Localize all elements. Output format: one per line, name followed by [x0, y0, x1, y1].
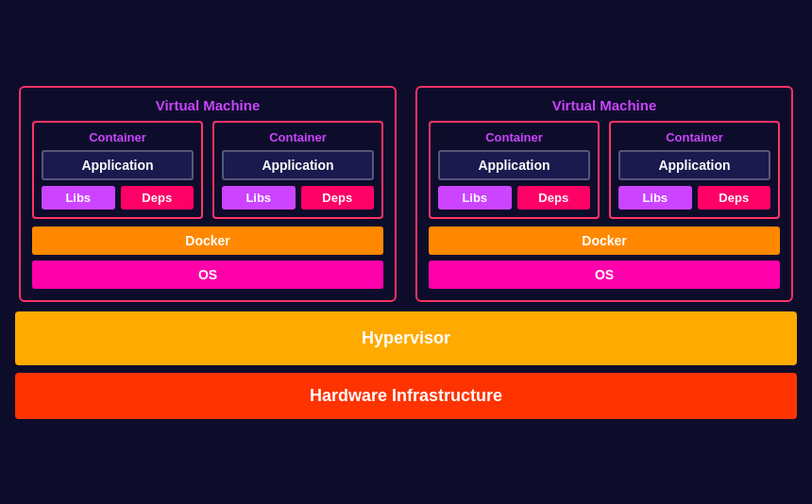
vm2-container2-label: Container	[618, 130, 770, 144]
bottom-section: Hypervisor Hardware Infrastructure	[15, 311, 797, 419]
vm1-docker: Docker	[32, 227, 383, 255]
vm1-container2-deps: Deps	[301, 186, 375, 210]
vm1-label: Virtual Machine	[32, 97, 383, 113]
vm1-container2-label: Container	[222, 130, 374, 144]
vm1-container2: Container Application Libs Deps	[212, 121, 383, 219]
vm2-box: Virtual Machine Container Application Li…	[415, 86, 793, 302]
vm2-container2: Container Application Libs Deps	[609, 121, 780, 219]
vm2-label: Virtual Machine	[429, 97, 780, 113]
vm1-box: Virtual Machine Container Application Li…	[19, 86, 397, 302]
vms-section: Virtual Machine Container Application Li…	[15, 86, 797, 302]
vm2-docker: Docker	[429, 227, 780, 255]
vm1-containers-row: Container Application Libs Deps Containe…	[32, 121, 383, 219]
vm2-os: OS	[429, 260, 780, 289]
vm2-containers-row: Container Application Libs Deps Containe…	[429, 121, 780, 219]
vm2-container1-libs-deps: Libs Deps	[438, 186, 590, 210]
vm1-container2-libs-deps: Libs Deps	[222, 186, 374, 210]
vm2-container2-deps: Deps	[698, 186, 771, 210]
vm2-container1-deps: Deps	[517, 186, 591, 210]
vm1-container1-label: Container	[42, 130, 194, 144]
vm1-container1-deps: Deps	[121, 186, 195, 210]
vm1-container1-libs: Libs	[42, 186, 115, 210]
vm1-container2-libs: Libs	[222, 186, 296, 210]
vm1-container1: Container Application Libs Deps	[32, 121, 203, 219]
vm2-container2-libs-deps: Libs Deps	[618, 186, 770, 210]
vm1-container2-app: Application	[222, 150, 374, 180]
vm2-container1-label: Container	[438, 130, 590, 144]
vm1-os: OS	[32, 260, 383, 289]
vm2-container1: Container Application Libs Deps	[429, 121, 600, 219]
hardware-bar: Hardware Infrastructure	[15, 373, 797, 419]
vm1-container1-app: Application	[42, 150, 194, 180]
vm2-container2-libs: Libs	[618, 186, 692, 210]
vm1-container1-libs-deps: Libs Deps	[42, 186, 194, 210]
vm2-container1-libs: Libs	[438, 186, 512, 210]
hypervisor-bar: Hypervisor	[15, 311, 797, 365]
vm2-container2-app: Application	[618, 150, 770, 180]
vm2-container1-app: Application	[438, 150, 590, 180]
